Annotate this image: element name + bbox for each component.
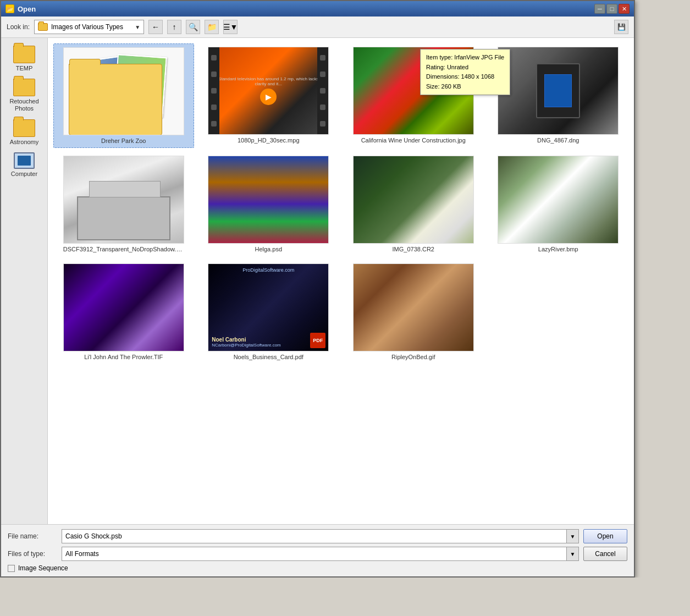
sidebar-item-temp[interactable]: TEMP: [4, 43, 45, 74]
disk-icon: 💾: [614, 20, 628, 34]
title-bar: 📂 Open ─ □ ✕: [1, 1, 634, 16]
image-sequence-row: Image Sequence: [8, 564, 627, 572]
video-caption: Standard television has around 1.2 mp, w…: [213, 76, 324, 86]
file-item-dscf3912[interactable]: DSCF3912_Transparent_NoDropShadow.png: [53, 152, 194, 256]
galaxy-email: NCarboni@ProDigitalSoftware.com: [212, 343, 281, 348]
toolbar: Look in: Images of Various Types ▼ ← ↑ 🔍…: [1, 16, 634, 38]
play-button-icon: ▶: [260, 89, 277, 105]
sidebar-item-retouched-photos[interactable]: Retouched Photos: [4, 76, 45, 114]
sidebar-item-computer[interactable]: Computer: [4, 150, 45, 180]
video-thumbnail: Standard television has around 1.2 mp, w…: [208, 47, 329, 135]
sidebar-item-astronomy[interactable]: Astronomy: [4, 117, 45, 148]
file-name-input[interactable]: [62, 530, 566, 543]
sidebar-item-computer-label: Computer: [11, 170, 37, 178]
car-thumbnail: [63, 263, 184, 351]
files-of-type-dropdown-btn[interactable]: ▼: [566, 547, 578, 560]
tooltip-rating: Rating: Unrated: [426, 63, 504, 73]
files-of-type-wrapper[interactable]: ▼: [62, 547, 579, 561]
sidebar-item-temp-label: TEMP: [16, 65, 33, 72]
file-item-ripley-on-bed[interactable]: RipleyOnBed.gif: [343, 260, 484, 364]
files-of-type-input[interactable]: [62, 547, 566, 560]
new-folder-button[interactable]: 📁: [205, 20, 219, 34]
open-dialog: 📂 Open ─ □ ✕ Look in: Images of Various …: [0, 0, 635, 578]
file-name-lazy-river: LazyRiver.bmp: [538, 246, 578, 252]
dog-thumbnail: [353, 263, 474, 351]
tooltip-size: Size: 260 KB: [426, 82, 504, 92]
file-item-img-0738[interactable]: IMG_0738.CR2: [343, 152, 484, 256]
file-name-row: File name: ▼ Open: [8, 529, 627, 543]
car-image: [64, 264, 184, 351]
files-of-type-row: Files of type: ▼ Cancel: [8, 547, 627, 561]
river-thumbnail: [498, 156, 619, 244]
image-sequence-checkbox[interactable]: [8, 565, 15, 572]
galaxy-name: Noel Carboni: [212, 337, 246, 343]
dog-image: [354, 264, 473, 351]
file-name-dscf3912: DSCF3912_Transparent_NoDropShadow.png: [63, 246, 184, 252]
file-item-dreher-park-zoo[interactable]: Dreher Park Zoo: [53, 43, 194, 148]
file-name-ripley: RipleyOnBed.gif: [391, 354, 435, 360]
look-in-dropdown[interactable]: Images of Various Types ▼: [34, 20, 144, 34]
machine-thumbnail: [63, 156, 184, 244]
computer-screen: [18, 156, 31, 166]
helga-thumbnail: [208, 156, 329, 244]
temp-folder-icon: [13, 46, 35, 63]
file-name-dropdown-btn[interactable]: ▼: [566, 530, 578, 543]
sidebar: TEMP Retouched Photos Astronomy Computer: [1, 38, 48, 524]
file-name-img-0738: IMG_0738.CR2: [393, 246, 434, 252]
file-item-noels-business-card[interactable]: ProDigitalSoftware.com Noel Carboni NCar…: [198, 260, 339, 364]
river-image: [498, 156, 618, 243]
galaxy-thumbnail: ProDigitalSoftware.com Noel Carboni NCar…: [208, 263, 329, 351]
file-item-california-wine[interactable]: Item type: IrfanView JPG File Rating: Un…: [343, 43, 484, 148]
window-title: Open: [18, 5, 36, 13]
nav-search-button[interactable]: 🔍: [186, 20, 200, 34]
nav-back-button[interactable]: ←: [148, 20, 163, 34]
file-name-helga: Helga.psd: [255, 246, 282, 252]
film-holes-right: [317, 47, 328, 134]
file-name-noels: Noels_Business_Card.pdf: [234, 354, 303, 360]
file-name-dng-4867: DNG_4867.dng: [537, 137, 579, 144]
tooltip-type: Item type: IrfanView JPG File: [426, 53, 504, 63]
image-sequence-label: Image Sequence: [18, 564, 68, 572]
dropdown-arrow-icon: ▼: [135, 24, 140, 30]
title-buttons: ─ □ ✕: [594, 4, 630, 14]
look-in-value: Images of Various Types: [51, 23, 131, 31]
folder-front: [69, 64, 162, 135]
file-name-input-wrapper[interactable]: ▼: [62, 529, 579, 543]
machine-image: [64, 156, 184, 243]
machine-base: [77, 196, 170, 240]
sidebar-item-retouched-label: Retouched Photos: [7, 98, 41, 112]
cancel-button[interactable]: Cancel: [583, 547, 627, 561]
computer-thumbnail: [498, 47, 619, 135]
open-button[interactable]: Open: [583, 529, 627, 543]
files-of-type-label: Files of type:: [8, 550, 57, 558]
computer-case: [536, 63, 580, 118]
folder-with-photos: [69, 47, 179, 135]
computer-screen-inner: [544, 74, 572, 107]
file-item-lazy-river[interactable]: LazyRiver.bmp: [488, 152, 629, 256]
nav-up-button[interactable]: ↑: [167, 20, 181, 34]
galaxy-site-text: ProDigitalSoftware.com: [212, 267, 325, 273]
close-button[interactable]: ✕: [619, 4, 630, 14]
film-holes-left: [208, 47, 219, 134]
stained-glass-image: [208, 156, 328, 243]
video-text-area: Standard television has around 1.2 mp, w…: [208, 72, 328, 109]
look-in-label: Look in:: [7, 23, 30, 31]
computer-image: [498, 47, 618, 134]
computer-icon: [14, 152, 35, 169]
file-item-1080p-video[interactable]: Standard television has around 1.2 mp, w…: [198, 43, 339, 148]
sidebar-item-astronomy-label: Astronomy: [10, 139, 39, 146]
file-name-1080p: 1080p_HD_30sec.mpg: [238, 137, 300, 144]
video-thumb-bg: Standard television has around 1.2 mp, w…: [208, 47, 328, 134]
maximize-button[interactable]: □: [606, 4, 617, 14]
file-name-dreher-park-zoo: Dreher Park Zoo: [101, 138, 146, 144]
file-tooltip: Item type: IrfanView JPG File Rating: Un…: [420, 49, 510, 95]
tooltip-dimensions: Dimensions: 1480 x 1068: [426, 72, 504, 82]
file-name-label: File name:: [8, 532, 57, 540]
folder-thumbnail: [63, 47, 184, 135]
view-options-button[interactable]: ☰▼: [223, 20, 238, 34]
file-item-lil-john[interactable]: Li'l John And The Prowler.TIF: [53, 260, 194, 364]
file-item-helga[interactable]: Helga.psd: [198, 152, 339, 256]
bird-image: [354, 156, 473, 243]
galaxy-name-area: Noel Carboni NCarboni@ProDigitalSoftware…: [212, 337, 325, 348]
minimize-button[interactable]: ─: [594, 4, 605, 14]
